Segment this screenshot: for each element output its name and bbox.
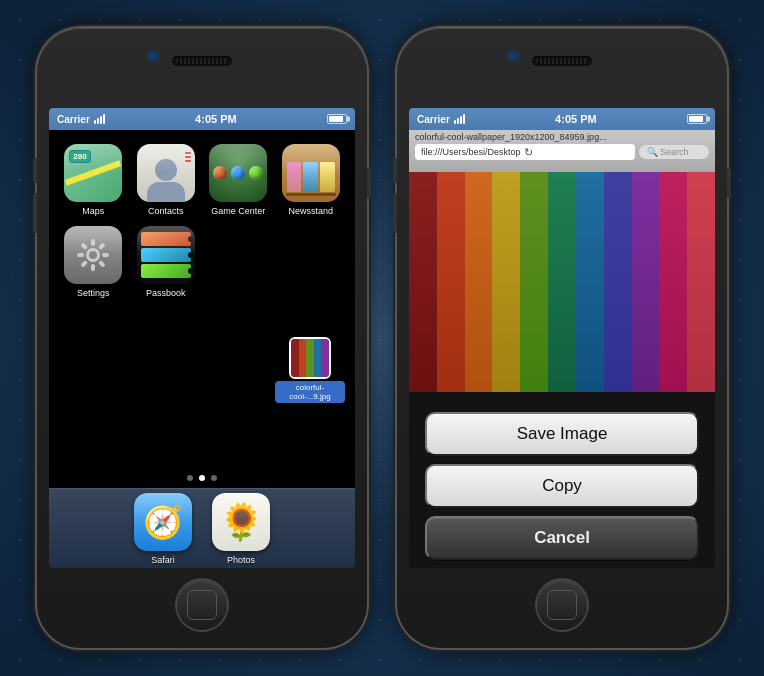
plank-4 [492,172,520,392]
status-bar-1: Carrier 4:05 PM [49,108,355,130]
dock-app-photos[interactable]: 🌻 Photos [212,493,270,565]
cancel-button[interactable]: Cancel [425,516,699,560]
safari-dock-label: Safari [151,555,175,565]
app-maps[interactable]: 280 Maps [57,144,130,216]
svg-rect-9 [81,242,89,250]
url-bar: colorful-cool-wallpaper_1920x1200_84959.… [409,130,715,172]
safari-compass-icon: 🧭 [134,493,192,551]
plank-10 [659,172,687,392]
settings-icon [64,226,122,284]
wifi-icon-2 [454,114,465,124]
speaker-grill [172,56,232,66]
battery-fill [329,116,343,122]
speaker-grill-2 [532,56,592,66]
phone-1: Carrier 4:05 PM [37,28,367,648]
photos-dock-label: Photos [227,555,255,565]
plank-5 [520,172,548,392]
wifi-bar-2-3 [460,116,462,124]
page-dot-3 [211,475,217,481]
front-camera-2 [507,50,519,62]
status-bar-2: Carrier 4:05 PM [409,108,715,130]
plank-3 [465,172,493,392]
dragged-file: colorful-cool-...9.jpg [275,337,345,403]
volume-down-button[interactable] [33,193,37,233]
dragged-label: colorful-cool-...9.jpg [275,381,345,403]
wallpaper-image [409,172,715,392]
wifi-bar-4 [103,114,105,124]
url-title: colorful-cool-wallpaper_1920x1200_84959.… [415,132,709,142]
gc-ball-2 [231,166,245,180]
copy-button[interactable]: Copy [425,464,699,508]
svg-rect-2 [91,239,95,246]
svg-rect-5 [98,260,106,268]
maps-icon: 280 [64,144,122,202]
svg-point-1 [89,251,97,259]
battery-icon [327,114,347,124]
status-time-1: 4:05 PM [195,113,237,125]
plank-7 [576,172,604,392]
app-settings[interactable]: Settings [57,226,130,298]
svg-point-0 [86,248,100,262]
search-box[interactable]: 🔍 Search [639,145,709,159]
status-carrier: Carrier [57,114,105,125]
volume-down-button-2[interactable] [393,193,397,233]
wifi-bar-2-4 [463,114,465,124]
dock-app-safari[interactable]: 🧭 Safari [134,493,192,565]
page-dots [49,468,355,488]
maps-bg: 280 [64,144,122,202]
phone-2: Carrier 4:05 PM colorful-c [397,28,727,648]
action-sheet: Save Image Copy Cancel [409,392,715,568]
page-dot-1 [187,475,193,481]
phone-1-screen: Carrier 4:05 PM [49,108,355,568]
gc-ball-1 [213,166,227,180]
wifi-bar-2-1 [454,120,456,124]
app-newsstand[interactable]: Newsstand [275,144,348,216]
safari-dock-icon: 🧭 [134,493,192,551]
wifi-bar-2-2 [457,118,459,124]
volume-up-button[interactable] [33,158,37,183]
svg-rect-6 [91,264,95,271]
plank-6 [548,172,576,392]
home-button-1[interactable] [177,580,227,630]
dock: 🧭 Safari 🌻 Photos [49,488,355,568]
page-dot-2 [199,475,205,481]
reload-icon[interactable]: ↻ [524,146,536,158]
newsstand-icon [282,144,340,202]
app-grid: 280 Maps [49,130,355,468]
svg-rect-3 [98,242,106,250]
url-row: file:///Users/besi/Desktop ↻ 🔍 Search [415,144,709,160]
save-image-button[interactable]: Save Image [425,412,699,456]
volume-up-button-2[interactable] [393,158,397,183]
browser-screen: Carrier 4:05 PM colorful-c [409,108,715,568]
app-gamecenter[interactable]: Game Center [202,144,275,216]
gamecenter-label: Game Center [211,206,265,216]
home-button-2[interactable] [537,580,587,630]
svg-rect-7 [81,260,89,268]
settings-label: Settings [77,288,110,298]
url-path-text: file:///Users/besi/Desktop [421,147,521,157]
app-contacts[interactable]: Contacts [130,144,203,216]
passbook-label: Passbook [146,288,186,298]
battery-fill-2 [689,116,703,122]
passbook-icon [137,226,195,284]
wifi-bar-2 [97,118,99,124]
contacts-label: Contacts [148,206,184,216]
plank-9 [632,172,660,392]
app-passbook[interactable]: Passbook [130,226,203,298]
newsstand-label: Newsstand [288,206,333,216]
power-button[interactable] [367,168,371,198]
plank-11 [687,172,715,392]
status-carrier-2: Carrier [417,114,465,125]
contacts-icon [137,144,195,202]
gc-ball-3 [249,166,263,180]
carrier-text-2: Carrier [417,114,450,125]
url-input[interactable]: file:///Users/besi/Desktop ↻ [415,144,635,160]
wifi-icon [94,114,105,124]
front-camera [147,50,159,62]
plank-2 [437,172,465,392]
power-button-2[interactable] [727,168,731,198]
wifi-bar-1 [94,120,96,124]
dragged-thumb [289,337,331,379]
photos-dock-icon: 🌻 [212,493,270,551]
phone-2-screen: Carrier 4:05 PM colorful-c [409,108,715,568]
